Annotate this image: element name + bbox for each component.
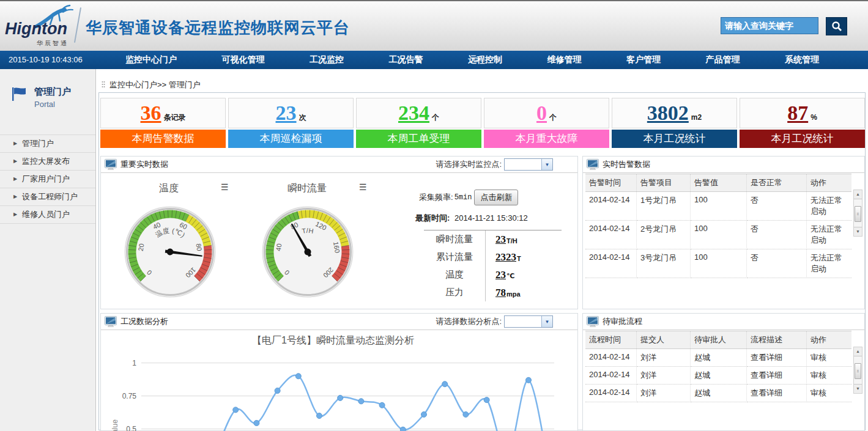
svg-text:0.75: 0.75 xyxy=(122,392,137,400)
search-button[interactable] xyxy=(826,17,847,35)
nav-item[interactable]: 工况告警 xyxy=(389,54,423,65)
table-row: 2014-02-14刘洋赵城查看详细审核 xyxy=(585,349,851,367)
reading-value[interactable]: 78 xyxy=(495,287,506,299)
nav-item[interactable]: 产品管理 xyxy=(706,54,740,65)
reading-value-cell: 2323 T xyxy=(485,248,521,266)
stat-value-link[interactable]: 36 xyxy=(141,101,161,125)
stat-value-link[interactable]: 0 xyxy=(536,101,547,125)
scrollbar[interactable]: ▲ ≡ ▼ xyxy=(853,347,862,394)
flag-icon xyxy=(11,86,27,102)
nav-item[interactable]: 维修管理 xyxy=(547,54,582,65)
column-header: 动作 xyxy=(807,331,851,348)
stat-unit: % xyxy=(811,113,817,122)
chevron-down-icon: ▼ xyxy=(541,159,552,170)
table-cell: 2014-02-14 xyxy=(585,385,637,402)
analysis-point-select[interactable]: ▼ xyxy=(504,315,553,328)
arrow-right-icon: ▶ xyxy=(13,188,17,205)
table-row: 2014-02-142号龙门吊100否无法正常启动 xyxy=(585,221,851,249)
gauge-menu-icon[interactable]: ☰ xyxy=(359,182,367,192)
table-cell: 无法正常启动 xyxy=(807,221,851,249)
table-cell: 2014-02-14 xyxy=(585,249,637,278)
stat-card-value-area: 36 条记录 xyxy=(100,98,226,128)
sidebar-item[interactable]: ▶ 监控大屏发布 xyxy=(0,152,95,170)
reading-value[interactable]: 23 xyxy=(495,269,506,281)
table-cell: 无法正常启动 xyxy=(807,249,851,278)
reading-label: 压力 xyxy=(424,287,485,298)
nav-item[interactable]: 可视化管理 xyxy=(222,54,265,65)
current-datetime: 2015-10-19 10:43:06 xyxy=(9,51,83,69)
table-cell: 2014-02-14 xyxy=(585,367,637,385)
stat-label: 本月工况统计 xyxy=(612,130,737,148)
realtime-data-panel: 重要实时数据 请选择实时监控点: ▼ 温度 ☰ 瞬时流量 ☰ 020406080… xyxy=(100,156,578,309)
sidebar-item[interactable]: ▶ 管理门户 xyxy=(0,134,95,152)
scrollbar-thumb[interactable]: ≡ xyxy=(855,206,861,222)
sidebar-item[interactable]: ▶ 维修人员门户 xyxy=(0,205,95,224)
reading-value[interactable]: 23 xyxy=(495,234,506,246)
stat-unit: m2 xyxy=(691,113,702,122)
chevron-down-icon: ▼ xyxy=(541,316,552,327)
table-cell: 100 xyxy=(691,192,747,221)
stat-card: 87 % 本月工况统计 xyxy=(740,98,865,148)
column-header: 告警值 xyxy=(691,174,747,191)
stat-value-link[interactable]: 234 xyxy=(398,101,429,125)
sidebar-item-label: 管理门户 xyxy=(22,139,54,148)
reading-value[interactable]: 2323 xyxy=(495,251,516,263)
sidebar-item[interactable]: ▶ 设备工程师门户 xyxy=(0,188,95,205)
stat-value-link[interactable]: 23 xyxy=(276,101,297,125)
alarm-panel: 实时告警数据 告警时间告警项目告警值是否正常动作2014-02-141号龙门吊1… xyxy=(582,156,865,309)
table-cell: 查看详细 xyxy=(747,385,807,402)
refresh-button[interactable]: 点击刷新 xyxy=(474,190,518,205)
stat-value-link[interactable]: 3802 xyxy=(647,101,689,125)
stat-card-value-area: 0 个 xyxy=(484,98,609,128)
stat-value-link[interactable]: 87 xyxy=(787,101,808,125)
nav-item[interactable]: 远程控制 xyxy=(468,54,502,65)
column-header: 动作 xyxy=(807,174,851,191)
table-cell: 刘洋 xyxy=(637,367,691,385)
column-header: 告警时间 xyxy=(585,174,637,191)
table-cell: 1号龙门吊 xyxy=(637,192,691,221)
table-cell: 否 xyxy=(747,192,807,221)
nav-item[interactable]: 系统管理 xyxy=(785,54,819,65)
gauge-menu-icon[interactable]: ☰ xyxy=(221,182,229,192)
stat-label: 本周告警数据 xyxy=(100,130,226,148)
page: Hignton 华辰智通 华辰智通设备远程监控物联网云平台 2015-10-19… xyxy=(0,0,868,431)
readings-table: 瞬时流量 23 T/H 累计流量 2323 T 温度 xyxy=(424,230,562,301)
reading-unit: T/H xyxy=(506,237,517,245)
nav-item[interactable]: 客户管理 xyxy=(626,54,661,65)
table-cell: 查看详细 xyxy=(747,349,807,367)
sidebar-item[interactable]: ▶ 厂家用户门户 xyxy=(0,170,95,188)
alarm-table: 告警时间告警项目告警值是否正常动作2014-02-141号龙门吊100否无法正常… xyxy=(585,174,851,278)
stat-card: 23 次 本周巡检漏项 xyxy=(228,98,354,148)
nav-item[interactable]: 工况监控 xyxy=(310,54,344,65)
analysis-point-select-label: 请选择数据分析点: xyxy=(436,316,502,327)
stat-card-value-area: 234 个 xyxy=(356,98,481,128)
arrow-right-icon: ▶ xyxy=(13,135,17,152)
table-cell: 刘洋 xyxy=(637,385,691,402)
scrollbar-up-button[interactable]: ▲ xyxy=(854,190,862,199)
panel-header: 重要实时数据 请选择实时监控点: ▼ xyxy=(101,157,577,173)
sidebar-item-label: 设备工程师门户 xyxy=(22,192,78,201)
search-input[interactable] xyxy=(721,17,818,34)
scrollbar-up-button[interactable]: ▲ xyxy=(854,347,862,356)
scrollbar-thumb[interactable]: ≡ xyxy=(855,363,861,379)
table-row: 2014-02-14刘洋赵城查看详细审核 xyxy=(585,367,851,385)
select-value xyxy=(505,159,541,170)
reading-value-cell: 78 mpa xyxy=(485,284,521,301)
column-header: 流程描述 xyxy=(747,331,807,348)
app-header: Hignton 华辰智通 华辰智通设备远程监控物联网云平台 xyxy=(0,0,868,51)
nav-item[interactable]: 监控中心门户 xyxy=(125,54,177,65)
scrollbar-down-button[interactable]: ▼ xyxy=(854,384,862,393)
logo: Hignton 华辰智通 xyxy=(5,4,78,49)
monitor-point-select[interactable]: ▼ xyxy=(504,158,553,171)
scrollbar-down-button[interactable]: ▼ xyxy=(854,227,862,236)
collection-frequency: 采集频率: 5min 点击刷新 xyxy=(419,190,518,205)
arrow-right-icon: ▶ xyxy=(13,206,17,223)
stat-card: 0 个 本月重大故障 xyxy=(484,98,609,148)
stat-unit: 次 xyxy=(299,112,306,123)
scrollbar[interactable]: ▲ ≡ ▼ xyxy=(853,190,862,237)
nav-menu: 监控中心门户可视化管理工况监控工况告警远程控制维修管理客户管理产品管理系统管理 xyxy=(125,51,819,69)
brand-subtitle: 华辰智通 xyxy=(37,39,69,48)
table-row: 2014-02-141号龙门吊100否无法正常启动 xyxy=(585,192,851,221)
column-header: 提交人 xyxy=(637,331,691,348)
brand-name: Hignton xyxy=(5,20,67,39)
